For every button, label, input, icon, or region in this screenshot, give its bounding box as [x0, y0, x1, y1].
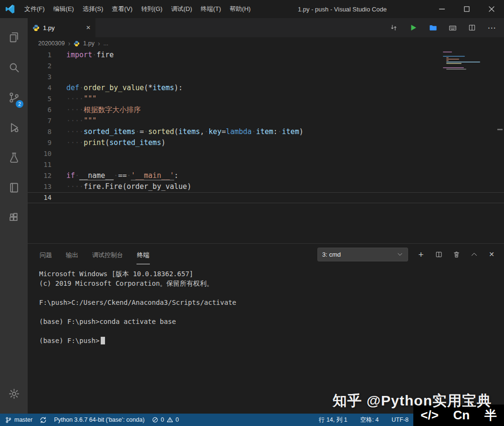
panel-header: 问题输出调试控制台终端 3: cmd + ✕: [28, 244, 504, 265]
breadcrumb-more[interactable]: ...: [104, 40, 108, 47]
editor-tab[interactable]: 1.py ✕: [28, 18, 95, 37]
menu-item[interactable]: 调试(D): [167, 0, 196, 18]
run-python-file-icon[interactable]: [409, 23, 418, 32]
close-window-button[interactable]: [479, 0, 504, 18]
settings-gear-icon[interactable]: [2, 381, 25, 406]
kill-terminal-icon[interactable]: [452, 250, 461, 259]
code-editor[interactable]: 1import·fire234def·order_by_value(*items…: [28, 50, 504, 243]
python-file-icon: [74, 41, 80, 47]
panel-actions: + ✕: [416, 250, 496, 259]
minimap-line: [446, 62, 480, 62]
terminal-picker-value: 3: cmd: [322, 251, 341, 258]
indentation[interactable]: 空格: 4: [360, 416, 379, 424]
menu-item[interactable]: 查看(V): [107, 0, 136, 18]
code-line[interactable]: 13····fire.Fire(order_by_value): [28, 181, 504, 192]
panel-tab[interactable]: 问题: [39, 245, 52, 264]
code-line[interactable]: 12if·__name__·==·'__main__':: [28, 170, 504, 181]
sync-icon[interactable]: [40, 416, 47, 424]
code-line[interactable]: 14: [28, 192, 504, 203]
extensions-icon[interactable]: [2, 205, 25, 230]
panel-tab[interactable]: 输出: [65, 245, 79, 264]
keyboard-icon[interactable]: [448, 23, 457, 32]
run-debug-icon[interactable]: [2, 115, 25, 140]
problems-indicator[interactable]: 0 0: [152, 416, 179, 423]
menu-item[interactable]: 选择(S): [78, 0, 107, 18]
minimap-line: [446, 63, 462, 64]
minimap-line: [446, 69, 467, 70]
code-lines: 1import·fire234def·order_by_value(*items…: [28, 50, 504, 203]
bottom-panel: 问题输出调试控制台终端 3: cmd + ✕ Microsoft Windows…: [28, 243, 504, 414]
code-line[interactable]: 2: [28, 61, 504, 72]
error-count: 0: [161, 416, 164, 423]
python-file-icon: [32, 24, 40, 31]
menu-item[interactable]: 终端(T): [196, 0, 225, 18]
minimap-line: [443, 56, 465, 57]
window-controls: [430, 0, 504, 18]
watermark: 知乎 @Python实用宝典: [333, 391, 492, 411]
panel-tabs: 问题输出调试控制台终端: [39, 244, 163, 265]
warning-icon: [167, 416, 173, 423]
open-folder-icon[interactable]: [428, 23, 438, 32]
search-icon[interactable]: [2, 55, 25, 80]
cursor-position[interactable]: 行 14, 列 1: [319, 416, 347, 424]
terminal-line: (c) 2019 Microsoft Corporation。保留所有权利。: [39, 279, 504, 288]
split-terminal-icon[interactable]: [434, 250, 443, 259]
code-line[interactable]: 9····print(sorted_items): [28, 137, 504, 148]
menu-item[interactable]: 文件(F): [20, 0, 49, 18]
menu-item[interactable]: 帮助(H): [225, 0, 255, 18]
minimize-button[interactable]: [430, 0, 454, 18]
vscode-logo-icon: [0, 4, 20, 14]
code-line[interactable]: 1import·fire: [28, 50, 504, 61]
git-branch-indicator[interactable]: master: [5, 416, 32, 424]
minimap-line: [446, 60, 449, 61]
terminal-line: (base) F:\push>: [39, 336, 504, 345]
tab-close-icon[interactable]: ✕: [86, 24, 91, 31]
source-control-icon[interactable]: 2: [2, 85, 25, 110]
terminal-line: [39, 288, 504, 298]
new-terminal-icon[interactable]: +: [416, 250, 426, 259]
minimap[interactable]: [443, 52, 483, 72]
encoding[interactable]: UTF-8: [392, 416, 409, 423]
scrollbar-handle[interactable]: [497, 129, 503, 130]
panel-tab[interactable]: 调试控制台: [92, 245, 124, 264]
code-line[interactable]: 11: [28, 159, 504, 170]
terminal-cursor: [101, 337, 105, 344]
code-line[interactable]: 6····根据数字大小排序: [28, 104, 504, 115]
minimap-line: [443, 52, 452, 52]
editor-actions: ⋯: [389, 18, 504, 37]
code-line[interactable]: 7····""": [28, 115, 504, 126]
code-line[interactable]: 10: [28, 148, 504, 159]
maximize-panel-icon[interactable]: [469, 250, 479, 259]
split-editor-icon[interactable]: [467, 23, 477, 32]
notebook-icon[interactable]: [2, 175, 25, 200]
menu-item[interactable]: 转到(G): [137, 0, 167, 18]
terminal-line: (base) F:\push>conda activate base: [39, 317, 504, 326]
activity-bar: 2: [0, 18, 28, 414]
menu-item[interactable]: 编辑(E): [49, 0, 78, 18]
maximize-button[interactable]: [454, 0, 479, 18]
vscode-window: 文件(F)编辑(E)选择(S)查看(V)转到(G)调试(D)终端(T)帮助(H)…: [0, 0, 504, 426]
more-actions-icon[interactable]: ⋯: [487, 24, 496, 32]
code-line[interactable]: 8····sorted_items·=·sorted(items,·key=la…: [28, 126, 504, 137]
tab-label: 1.py: [43, 24, 55, 31]
git-branch-icon: [5, 416, 12, 424]
test-beaker-icon[interactable]: [2, 145, 25, 170]
title-bar: 文件(F)编辑(E)选择(S)查看(V)转到(G)调试(D)终端(T)帮助(H)…: [0, 0, 504, 18]
code-line[interactable]: 5····""": [28, 94, 504, 104]
synchronize-changes-icon[interactable]: [389, 23, 399, 32]
breadcrumb-folder[interactable]: 20200309: [38, 40, 65, 47]
panel-tab[interactable]: 终端: [136, 245, 150, 264]
python-interpreter[interactable]: Python 3.6.7 64-bit ('base': conda): [54, 416, 145, 423]
chevron-right-icon: ›: [98, 40, 100, 47]
explorer-icon[interactable]: [2, 25, 25, 50]
warning-count: 0: [176, 416, 179, 423]
interpreter-label: Python 3.6.7 64-bit ('base': conda): [54, 416, 145, 423]
code-line[interactable]: 3: [28, 72, 504, 83]
window-title: 1.py - push - Visual Studio Code: [255, 6, 430, 13]
terminal-picker[interactable]: 3: cmd: [317, 248, 408, 261]
close-panel-icon[interactable]: ✕: [487, 251, 496, 258]
code-line[interactable]: 4def·order_by_value(*items):: [28, 83, 504, 94]
breadcrumb-file[interactable]: 1.py: [83, 40, 94, 47]
minimap-line: [446, 59, 459, 60]
terminal-line: Microsoft Windows [版本 10.0.18362.657]: [39, 269, 504, 279]
